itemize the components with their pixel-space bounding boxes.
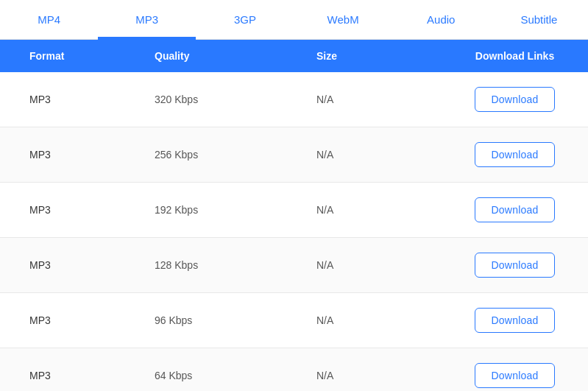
table-header: Format Quality Size Download Links [0, 40, 588, 72]
cell-format-2: MP3 [0, 204, 147, 216]
tab-3gp[interactable]: 3GP [196, 0, 294, 39]
header-size: Size [309, 50, 442, 62]
header-format: Format [0, 50, 147, 62]
cell-links-1: Download [442, 142, 588, 167]
cell-quality-3: 128 Kbps [147, 259, 309, 271]
cell-size-1: N/A [309, 149, 442, 161]
cell-format-3: MP3 [0, 259, 147, 271]
tab-audio[interactable]: Audio [392, 0, 490, 39]
cell-size-2: N/A [309, 204, 442, 216]
cell-links-4: Download [442, 308, 588, 333]
tab-bar: MP4 MP3 3GP WebM Audio Subtitle [0, 0, 588, 40]
cell-links-3: Download [442, 253, 588, 278]
cell-size-4: N/A [309, 314, 442, 326]
cell-quality-5: 64 Kbps [147, 370, 309, 381]
cell-format-0: MP3 [0, 94, 147, 105]
table-row: MP3 64 Kbps N/A Download [0, 348, 588, 391]
table-row: MP3 256 Kbps N/A Download [0, 127, 588, 183]
cell-quality-4: 96 Kbps [147, 314, 309, 326]
tab-subtitle-label: Subtitle [520, 13, 557, 26]
table-body: MP3 320 Kbps N/A Download MP3 256 Kbps N… [0, 72, 588, 391]
cell-format-4: MP3 [0, 314, 147, 326]
download-button-5[interactable]: Download [475, 363, 556, 388]
cell-quality-0: 320 Kbps [147, 94, 309, 105]
tab-webm-label: WebM [327, 13, 359, 26]
download-button-1[interactable]: Download [475, 142, 556, 167]
tab-mp3[interactable]: MP3 [98, 0, 196, 39]
table-row: MP3 192 Kbps N/A Download [0, 183, 588, 238]
cell-size-0: N/A [309, 94, 442, 105]
tab-subtitle[interactable]: Subtitle [490, 0, 588, 39]
tab-mp4-label: MP4 [38, 13, 60, 26]
table-row: MP3 128 Kbps N/A Download [0, 238, 588, 293]
table-row: MP3 96 Kbps N/A Download [0, 293, 588, 348]
main-container: MP4 MP3 3GP WebM Audio Subtitle Format Q… [0, 0, 588, 391]
header-links: Download Links [442, 50, 588, 62]
cell-quality-2: 192 Kbps [147, 204, 309, 216]
cell-size-3: N/A [309, 259, 442, 271]
cell-format-1: MP3 [0, 149, 147, 161]
download-button-4[interactable]: Download [475, 308, 556, 333]
tab-mp4[interactable]: MP4 [0, 0, 98, 39]
tab-audio-label: Audio [427, 13, 455, 26]
cell-size-5: N/A [309, 370, 442, 381]
table-row: MP3 320 Kbps N/A Download [0, 72, 588, 127]
download-button-2[interactable]: Download [475, 197, 556, 222]
tab-webm[interactable]: WebM [294, 0, 392, 39]
tab-3gp-label: 3GP [234, 13, 256, 26]
active-tab-indicator [98, 37, 196, 39]
cell-links-5: Download [442, 363, 588, 388]
download-button-3[interactable]: Download [475, 253, 556, 278]
download-button-0[interactable]: Download [475, 87, 556, 112]
header-quality: Quality [147, 50, 309, 62]
cell-quality-1: 256 Kbps [147, 149, 309, 161]
cell-links-2: Download [442, 197, 588, 222]
cell-links-0: Download [442, 87, 588, 112]
cell-format-5: MP3 [0, 370, 147, 381]
tab-mp3-label: MP3 [135, 13, 158, 26]
